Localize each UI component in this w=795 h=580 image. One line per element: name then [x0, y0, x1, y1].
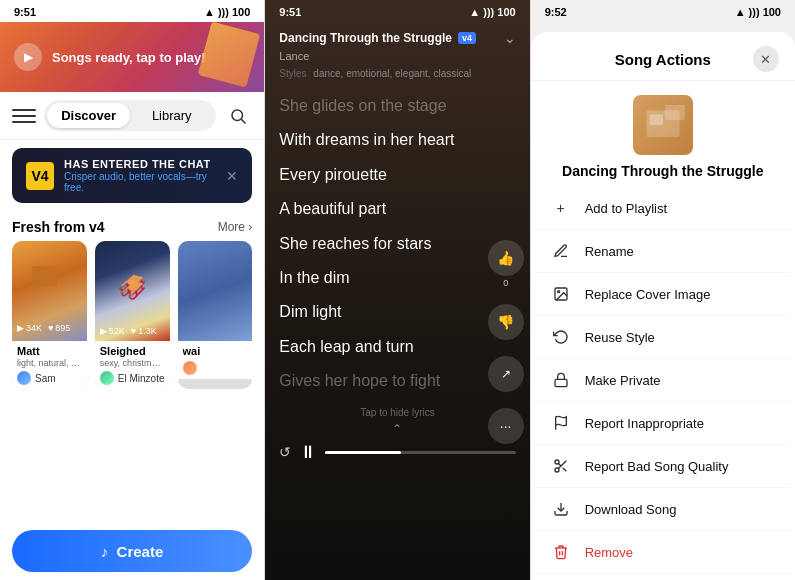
- sheet-title: Song Actions: [573, 51, 753, 68]
- action-list: + Add to Playlist Rename Replace Cover I…: [531, 187, 795, 574]
- card-2-author: El Minzote: [118, 373, 165, 384]
- action-add-playlist[interactable]: + Add to Playlist: [535, 187, 791, 230]
- card-2-name: Sleighed: [100, 345, 165, 357]
- svg-line-11: [562, 468, 566, 472]
- replace-cover-icon: [551, 284, 571, 304]
- like-button[interactable]: 👍: [488, 240, 524, 276]
- svg-line-1: [242, 119, 246, 123]
- panel-player: 9:51 ▲ ))) 100 Dancing Through the Strug…: [265, 0, 529, 580]
- card-3[interactable]: wai: [178, 241, 253, 389]
- v4-close-icon[interactable]: ✕: [226, 168, 238, 184]
- search-icon[interactable]: [224, 102, 252, 130]
- card-1-avatar: [17, 371, 31, 385]
- progress-bar[interactable]: [325, 451, 515, 454]
- card-2-tags: sexy, christmas, christ...: [100, 358, 165, 368]
- card-1-tags: light, natural, acoustic,: [17, 358, 82, 368]
- download-icon: [551, 499, 571, 519]
- svg-rect-3: [649, 114, 662, 125]
- section-header: Fresh from v4 More ›: [0, 211, 264, 241]
- nav-tabs: Discover Library: [44, 100, 216, 131]
- hero-play-btn[interactable]: ▶: [14, 43, 42, 71]
- tab-discover[interactable]: Discover: [47, 103, 130, 128]
- lyric-3: A beautiful part: [279, 192, 515, 226]
- card-2[interactable]: 🛷 ▶52K ♥1.3K Sleighed sexy, christmas, c…: [95, 241, 170, 389]
- styles-row: Styles dance, emotional, elegant, classi…: [265, 66, 529, 85]
- action-download[interactable]: Download Song: [535, 488, 791, 531]
- lyric-4: She reaches for stars: [279, 227, 515, 261]
- lyric-6: Dim light: [279, 295, 515, 329]
- song-cover-title: Dancing Through the Struggle: [552, 163, 773, 179]
- v4-promo-banner[interactable]: V4 HAS ENTERED THE CHAT Crisper audio, b…: [12, 148, 252, 203]
- chevron-down-icon[interactable]: ⌄: [504, 30, 516, 46]
- status-bar-2: 9:51 ▲ ))) 100: [265, 0, 529, 22]
- icons-1: ▲ ))) 100: [204, 6, 250, 18]
- card-1-plays: 34K: [26, 323, 42, 333]
- more-options-button[interactable]: ···: [488, 408, 524, 444]
- song-actions-sheet: Song Actions ✕ Dancing Through the Strug…: [531, 32, 795, 580]
- styles-label: Styles: [279, 68, 306, 79]
- action-replace-cover[interactable]: Replace Cover Image: [535, 273, 791, 316]
- action-reuse-style[interactable]: Reuse Style: [535, 316, 791, 359]
- flag-icon: [551, 413, 571, 433]
- action-report-bad-quality[interactable]: Report Bad Song Quality: [535, 445, 791, 488]
- hamburger-icon[interactable]: [12, 104, 36, 128]
- time-1: 9:51: [14, 6, 36, 18]
- lock-icon: [551, 370, 571, 390]
- card-2-avatar: [100, 371, 114, 385]
- card-3-name: wai: [183, 345, 248, 357]
- like-count: 0: [488, 278, 524, 288]
- lyric-1: With dreams in her heart: [279, 123, 515, 157]
- card-2-likes: 1.3K: [138, 326, 157, 336]
- v4-promo-sub: Crisper audio, better vocals—try free.: [64, 171, 216, 193]
- dislike-button[interactable]: 👎: [488, 304, 524, 340]
- report-bad-quality-label: Report Bad Song Quality: [585, 459, 729, 474]
- svg-point-9: [555, 468, 559, 472]
- panel-home: 9:51 ▲ ))) 100 ▶ Songs ready, tap to pla…: [0, 0, 265, 580]
- reuse-style-label: Reuse Style: [585, 330, 655, 345]
- progress-fill: [325, 451, 401, 454]
- make-private-label: Make Private: [585, 373, 661, 388]
- section-title: Fresh from v4: [12, 219, 105, 235]
- song-title: Dancing Through the Struggle: [279, 31, 452, 45]
- rewind-icon[interactable]: ↺: [279, 444, 291, 460]
- lyric-2: Every pirouette: [279, 158, 515, 192]
- action-remove[interactable]: Remove: [535, 531, 791, 574]
- card-1-author: Sam: [35, 373, 56, 384]
- svg-point-8: [555, 460, 559, 464]
- song-header: Dancing Through the Struggle v4 ⌄: [265, 22, 529, 50]
- tab-library[interactable]: Library: [130, 103, 213, 128]
- lyric-7: Each leap and turn: [279, 330, 515, 364]
- card-1-likes: 895: [55, 323, 70, 333]
- lyric-8: Gives her hope to fight: [279, 364, 515, 398]
- lyric-0: She glides on the stage: [279, 89, 515, 123]
- add-playlist-icon: +: [551, 198, 571, 218]
- replace-cover-label: Replace Cover Image: [585, 287, 711, 302]
- create-label: Create: [117, 543, 164, 560]
- scissors-icon: [551, 456, 571, 476]
- hero-text: Songs ready, tap to play!: [52, 50, 206, 65]
- create-button[interactable]: ♪ Create: [12, 530, 252, 572]
- action-make-private[interactable]: Make Private: [535, 359, 791, 402]
- status-bar-3: 9:52 ▲ ))) 100: [531, 0, 795, 22]
- create-icon: ♪: [101, 543, 109, 560]
- trash-icon: [551, 542, 571, 562]
- card-1[interactable]: ▶34K ♥895 Matt light, natural, acoustic,…: [12, 241, 87, 389]
- play-pause-icon[interactable]: ⏸: [299, 442, 317, 463]
- svg-point-5: [557, 291, 559, 293]
- side-actions: 👍 0 👎 ↗ ···: [488, 240, 524, 444]
- share-button[interactable]: ↗: [488, 356, 524, 392]
- time-2: 9:51: [279, 6, 301, 18]
- remove-label: Remove: [585, 545, 633, 560]
- v4-badge: V4: [26, 162, 54, 190]
- action-report-inappropriate[interactable]: Report Inappropriate: [535, 402, 791, 445]
- reuse-style-icon: [551, 327, 571, 347]
- styles-list: dance, emotional, elegant, classical: [313, 68, 471, 79]
- status-bar-1: 9:51 ▲ ))) 100: [0, 0, 264, 22]
- more-link[interactable]: More ›: [218, 220, 253, 234]
- action-rename[interactable]: Rename: [535, 230, 791, 273]
- time-3: 9:52: [545, 6, 567, 18]
- close-button[interactable]: ✕: [753, 46, 779, 72]
- artist-name: Lance: [265, 50, 529, 62]
- panel-actions: 9:52 ▲ ))) 100 Song Actions ✕ Dancing Th…: [530, 0, 795, 580]
- v4-promo-text: HAS ENTERED THE CHAT Crisper audio, bett…: [64, 158, 216, 193]
